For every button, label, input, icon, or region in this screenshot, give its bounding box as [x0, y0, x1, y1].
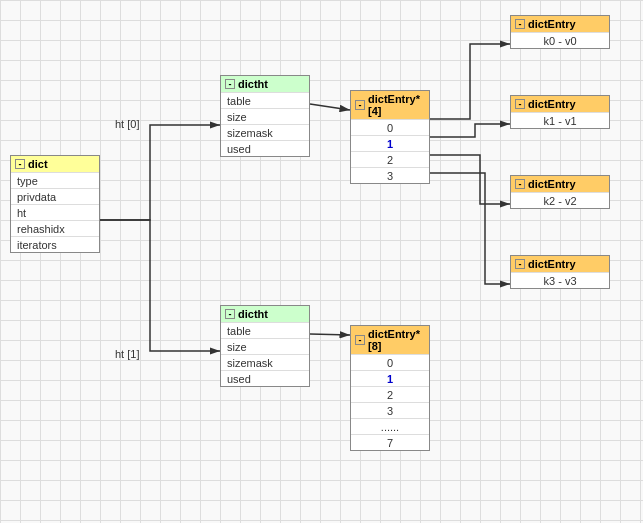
dictht1-field-sizemask: sizemask [221, 354, 309, 370]
entry-k2v2-box: - dictEntry k2 - v2 [510, 175, 610, 209]
collapse-icon[interactable]: - [355, 100, 365, 110]
dictht0-title: dictht [238, 78, 268, 90]
collapse-icon[interactable]: - [15, 159, 25, 169]
dictentry-arr0-box: - dictEntry* [4] 0 1 2 3 [350, 90, 430, 184]
arr1-row0: 0 [351, 354, 429, 370]
dictentry-arr0-header: - dictEntry* [4] [351, 91, 429, 119]
entry-k2v2-header: - dictEntry [511, 176, 609, 192]
entry-k1v1-header: - dictEntry [511, 96, 609, 112]
dict-field-privdata: privdata [11, 188, 99, 204]
entry-k2v2-title: dictEntry [528, 178, 576, 190]
dictht0-box: - dictht table size sizemask used [220, 75, 310, 157]
dictentry-arr1-box: - dictEntry* [8] 0 1 2 3 ...... 7 [350, 325, 430, 451]
entry-k3v3-header: - dictEntry [511, 256, 609, 272]
dictht0-header: - dictht [221, 76, 309, 92]
dictht1-field-used: used [221, 370, 309, 386]
entry-k3v3-box: - dictEntry k3 - v3 [510, 255, 610, 289]
label-ht0: ht [0] [115, 118, 139, 130]
entry-k1v1-title: dictEntry [528, 98, 576, 110]
label-ht1: ht [1] [115, 348, 139, 360]
dict-field-rehashidx: rehashidx [11, 220, 99, 236]
dictht0-field-sizemask: sizemask [221, 124, 309, 140]
arr1-row2: 2 [351, 386, 429, 402]
dict-field-iterators: iterators [11, 236, 99, 252]
dictentry-arr1-title: dictEntry* [8] [368, 328, 425, 352]
entry-k1v1-box: - dictEntry k1 - v1 [510, 95, 610, 129]
dictentry-arr1-header: - dictEntry* [8] [351, 326, 429, 354]
entry-k3v3-title: dictEntry [528, 258, 576, 270]
collapse-icon[interactable]: - [515, 259, 525, 269]
entry-k0v0-value: k0 - v0 [511, 32, 609, 48]
entry-k0v0-box: - dictEntry k0 - v0 [510, 15, 610, 49]
collapse-icon[interactable]: - [515, 99, 525, 109]
arr0-row1: 1 [351, 135, 429, 151]
dictht1-field-table: table [221, 322, 309, 338]
dictht1-field-size: size [221, 338, 309, 354]
entry-k0v0-title: dictEntry [528, 18, 576, 30]
entry-k1v1-value: k1 - v1 [511, 112, 609, 128]
entry-k3v3-value: k3 - v3 [511, 272, 609, 288]
dictht1-title: dictht [238, 308, 268, 320]
entry-k0v0-header: - dictEntry [511, 16, 609, 32]
collapse-icon[interactable]: - [355, 335, 365, 345]
collapse-icon[interactable]: - [225, 309, 235, 319]
dict-title: dict [28, 158, 48, 170]
arr0-row3: 3 [351, 167, 429, 183]
arr0-row2: 2 [351, 151, 429, 167]
arr1-row5: 7 [351, 434, 429, 450]
dict-field-ht: ht [11, 204, 99, 220]
arr1-row1: 1 [351, 370, 429, 386]
dict-box: - dict type privdata ht rehashidx iterat… [10, 155, 100, 253]
arr1-row4: ...... [351, 418, 429, 434]
dictht0-field-used: used [221, 140, 309, 156]
dictht1-box: - dictht table size sizemask used [220, 305, 310, 387]
entry-k2v2-value: k2 - v2 [511, 192, 609, 208]
arr1-row3: 3 [351, 402, 429, 418]
dictentry-arr0-title: dictEntry* [4] [368, 93, 425, 117]
collapse-icon[interactable]: - [515, 19, 525, 29]
arr0-row0: 0 [351, 119, 429, 135]
main-canvas: - dict type privdata ht rehashidx iterat… [0, 0, 643, 523]
dict-field-type: type [11, 172, 99, 188]
dictht0-field-size: size [221, 108, 309, 124]
collapse-icon[interactable]: - [515, 179, 525, 189]
dict-header: - dict [11, 156, 99, 172]
dictht1-header: - dictht [221, 306, 309, 322]
collapse-icon[interactable]: - [225, 79, 235, 89]
dictht0-field-table: table [221, 92, 309, 108]
